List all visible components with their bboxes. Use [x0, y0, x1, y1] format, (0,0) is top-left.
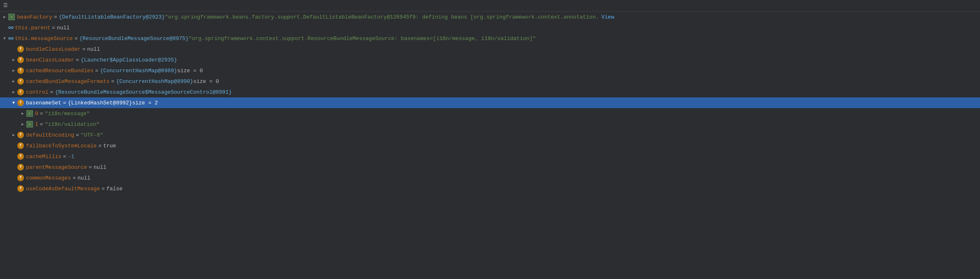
var-name: cachedResourceBundles	[26, 68, 94, 74]
var-value: null	[87, 46, 100, 52]
field-icon: f	[17, 175, 24, 181]
variables-list[interactable]: ≡beanFactory = {DefaultListableBeanFacto…	[0, 12, 980, 279]
var-name: defaultEncoding	[26, 132, 74, 138]
view-link[interactable]: View	[601, 14, 614, 20]
expand-arrow[interactable]	[11, 68, 16, 73]
var-equals: =	[82, 46, 86, 52]
expand-arrow[interactable]	[11, 175, 16, 181]
var-string-value: "i18n/message"	[45, 111, 90, 117]
table-row[interactable]: ≡beanFactory = {DefaultListableBeanFacto…	[0, 12, 980, 22]
var-desc: "org.springframework.beans.factory.suppo…	[165, 14, 599, 20]
expand-arrow[interactable]	[11, 164, 16, 170]
field-icon: f	[17, 67, 24, 74]
table-row[interactable]: fcachedResourceBundles = {ConcurrentHash…	[0, 65, 980, 76]
expand-arrow[interactable]	[11, 154, 16, 159]
list-icon: ≡	[8, 14, 15, 20]
var-equals: =	[89, 164, 92, 170]
var-desc: "org.springframework.context.support.Res…	[189, 35, 536, 42]
table-row[interactable]: fuseCodeAsDefaultMessage = false	[0, 183, 980, 194]
expand-arrow[interactable]	[11, 46, 16, 52]
var-name: beanFactory	[17, 14, 52, 20]
expand-arrow[interactable]	[11, 132, 16, 138]
table-row[interactable]: oothis.messageSource = {ResourceBundleMe…	[0, 33, 980, 44]
expand-arrow[interactable]	[11, 143, 16, 149]
var-value: false	[106, 186, 122, 192]
expand-arrow[interactable]	[20, 111, 26, 116]
expand-arrow[interactable]	[11, 186, 16, 192]
field-icon: f	[17, 153, 24, 160]
var-ref: {ConcurrentHashMap@8989}	[100, 68, 177, 74]
table-row[interactable]: fcachedBundleMessageFormats = {Concurren…	[0, 76, 980, 87]
var-equals: =	[40, 121, 43, 128]
table-row[interactable]: fbeanClassLoader = {Launcher$AppClassLoa…	[0, 54, 980, 65]
expand-arrow[interactable]	[11, 57, 16, 63]
expand-arrow[interactable]	[2, 14, 7, 20]
table-row[interactable]: oothis.parent = null	[0, 22, 980, 33]
table-row[interactable]: fcommonMessages = null	[0, 173, 980, 183]
var-equals: =	[54, 14, 57, 20]
var-ref: {ResourceBundleMessageSource$MessageSour…	[55, 89, 232, 95]
field-icon: f	[17, 185, 24, 192]
list-icon: ≡	[26, 121, 33, 128]
var-name: this.messageSource	[15, 35, 73, 42]
field-icon: f	[17, 57, 24, 63]
panel-header: ☰	[0, 0, 980, 12]
table-row[interactable]: fcontrol = {ResourceBundleMessageSource$…	[0, 87, 980, 97]
var-equals: =	[98, 143, 102, 149]
expand-arrow[interactable]	[11, 89, 16, 95]
field-icon: f	[17, 132, 24, 138]
var-name: 0	[35, 111, 38, 117]
var-equals: =	[63, 100, 66, 106]
var-name: control	[26, 89, 49, 95]
var-equals: =	[73, 175, 76, 181]
var-value: null	[94, 164, 106, 170]
var-name: cachedBundleMessageFormats	[26, 78, 110, 85]
var-size: size = 0	[193, 78, 219, 85]
table-row[interactable]: ≡0 = "i18n/message"	[0, 108, 980, 119]
var-ref: {ResourceBundleMessageSource@8975}	[79, 35, 188, 42]
var-value: -1	[68, 154, 75, 160]
var-ref: {Launcher$AppClassLoader@2935}	[81, 57, 177, 63]
table-row[interactable]: ≡1 = "i18n/validation"	[0, 119, 980, 130]
field-icon: f	[17, 142, 24, 149]
var-name: commonMessages	[26, 175, 71, 181]
table-row[interactable]: ffallbackToSystemLocale = true	[0, 140, 980, 151]
field-icon: f	[17, 99, 24, 106]
var-equals: =	[75, 35, 78, 42]
var-ref: {DefaultListableBeanFactory@2923}	[59, 14, 165, 20]
var-equals: =	[95, 68, 98, 74]
field-icon: f	[17, 89, 24, 95]
field-icon: f	[17, 46, 24, 52]
var-string-value: "UTF-8"	[81, 132, 103, 138]
expand-arrow[interactable]	[2, 25, 7, 31]
var-name: bundleClassLoader	[26, 46, 81, 52]
var-name: parentMessageSource	[26, 164, 87, 170]
var-equals: =	[76, 57, 79, 63]
expand-arrow[interactable]	[20, 121, 26, 127]
table-row[interactable]: fbundleClassLoader = null	[0, 44, 980, 54]
var-ref: {LinkedHashSet@8992}	[68, 100, 132, 106]
var-name: useCodeAsDefaultMessage	[26, 186, 100, 192]
list-icon: ≡	[26, 110, 33, 117]
field-icon: f	[17, 164, 24, 170]
expand-arrow[interactable]	[2, 35, 7, 41]
var-equals: =	[63, 154, 66, 160]
table-row[interactable]: fparentMessageSource = null	[0, 162, 980, 173]
var-size: size = 0	[177, 68, 203, 74]
table-row[interactable]: fcacheMillis = -1	[0, 151, 980, 162]
var-name: basenameSet	[26, 100, 61, 106]
table-row[interactable]: fbasenameSet = {LinkedHashSet@8992} size…	[0, 97, 980, 108]
var-name: cacheMillis	[26, 154, 61, 160]
loop-icon: oo	[8, 25, 14, 30]
var-name: this.parent	[15, 25, 50, 31]
variables-panel: ☰ ≡beanFactory = {DefaultListableBeanFac…	[0, 0, 980, 279]
var-name: 1	[35, 121, 38, 128]
var-name: beanClassLoader	[26, 57, 74, 63]
table-row[interactable]: fdefaultEncoding = "UTF-8"	[0, 130, 980, 140]
variables-icon: ☰	[3, 2, 8, 9]
expand-arrow[interactable]	[11, 100, 16, 106]
var-value: true	[103, 143, 116, 149]
field-icon: f	[17, 78, 24, 85]
expand-arrow[interactable]	[11, 78, 16, 84]
var-ref: {ConcurrentHashMap@8990}	[116, 78, 193, 85]
